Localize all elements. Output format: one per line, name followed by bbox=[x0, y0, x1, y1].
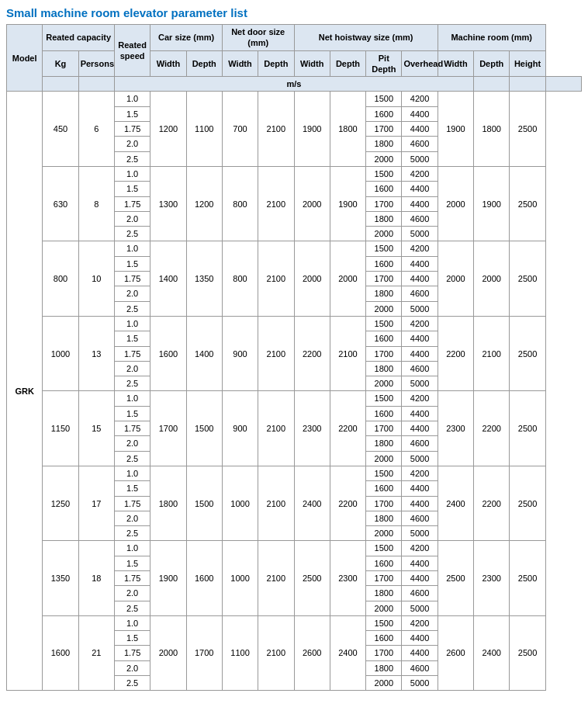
mr-height-cell: 2500 bbox=[510, 466, 545, 540]
mr-width-cell: 2400 bbox=[438, 466, 473, 540]
car-width-cell: 1800 bbox=[150, 466, 186, 540]
mr-width-cell: 2600 bbox=[438, 615, 473, 690]
overhead-cell: 4400 bbox=[402, 331, 438, 346]
pit-depth-cell: 1800 bbox=[366, 137, 402, 151]
pit-depth-cell: 1800 bbox=[366, 361, 402, 376]
overhead-cell: 5000 bbox=[402, 151, 438, 166]
pit-depth-cell: 1600 bbox=[366, 556, 402, 570]
persons-cell: 15 bbox=[78, 391, 114, 466]
door-depth-cell: 2100 bbox=[258, 466, 294, 540]
persons-cell: 17 bbox=[78, 466, 114, 540]
col-machine-room: Machine room (mm) bbox=[438, 25, 545, 51]
pit-depth-cell: 1800 bbox=[366, 511, 402, 525]
col-car-size: Car size (mm) bbox=[150, 25, 223, 51]
pit-depth-cell: 1600 bbox=[366, 331, 402, 346]
car-depth-cell: 1500 bbox=[186, 391, 222, 466]
overhead-cell: 4600 bbox=[402, 137, 438, 151]
overhead-cell: 4400 bbox=[402, 196, 438, 211]
door-depth-cell: 2100 bbox=[258, 241, 294, 316]
speed-cell: 1.5 bbox=[114, 631, 150, 646]
speed-cell: 2.5 bbox=[114, 301, 150, 316]
overhead-cell: 4400 bbox=[402, 122, 438, 137]
door-width-cell: 1000 bbox=[222, 541, 258, 615]
speed-cell: 1.0 bbox=[114, 466, 150, 480]
kg-cell: 1600 bbox=[43, 615, 78, 690]
pit-depth-cell: 2000 bbox=[366, 676, 402, 691]
pit-depth-cell: 1600 bbox=[366, 106, 402, 121]
col-car-width: Width bbox=[150, 50, 186, 77]
pit-depth-cell: 1500 bbox=[366, 241, 402, 256]
speed-cell: 1.75 bbox=[114, 421, 150, 436]
overhead-cell: 4400 bbox=[402, 256, 438, 271]
col-pit-depth: Pit Depth bbox=[366, 50, 402, 77]
speed-cell: 2.0 bbox=[114, 211, 150, 226]
overhead-cell: 4400 bbox=[402, 496, 438, 511]
overhead-cell: 4200 bbox=[402, 615, 438, 630]
speed-cell: 1.0 bbox=[114, 615, 150, 630]
speed-cell: 2.0 bbox=[114, 660, 150, 675]
col-kg: Kg bbox=[43, 50, 78, 77]
hw-width-cell: 1900 bbox=[294, 92, 330, 166]
col-hw-depth: Depth bbox=[330, 50, 365, 77]
door-width-cell: 800 bbox=[222, 166, 258, 241]
mr-height-cell: 2500 bbox=[510, 541, 545, 615]
overhead-cell: 5000 bbox=[402, 526, 438, 541]
mr-depth-cell: 2000 bbox=[474, 241, 510, 316]
speed-cell: 1.0 bbox=[114, 92, 150, 106]
overhead-cell: 5000 bbox=[402, 451, 438, 466]
kg-cell: 450 bbox=[43, 92, 78, 166]
mr-width-cell: 2200 bbox=[438, 316, 473, 390]
overhead-cell: 4200 bbox=[402, 166, 438, 181]
hw-depth-cell: 2200 bbox=[330, 391, 365, 466]
page-title: Small machine room elevator parameter li… bbox=[6, 6, 582, 19]
door-width-cell: 1000 bbox=[222, 466, 258, 540]
car-depth-cell: 1700 bbox=[186, 615, 222, 690]
col-rated-capacity: Reated capacity bbox=[43, 25, 115, 51]
pit-depth-cell: 2000 bbox=[366, 151, 402, 166]
speed-cell: 2.0 bbox=[114, 511, 150, 525]
door-depth-cell: 2100 bbox=[258, 615, 294, 690]
persons-cell: 13 bbox=[78, 316, 114, 390]
kg-cell: 1350 bbox=[43, 541, 78, 615]
table-row: 1150151.01700150090021002300220015004200… bbox=[7, 391, 582, 406]
col-persons-unit bbox=[78, 77, 114, 92]
pit-depth-cell: 1600 bbox=[366, 182, 402, 196]
col-empty2 bbox=[510, 77, 545, 92]
overhead-cell: 4200 bbox=[402, 316, 438, 331]
hw-depth-cell: 2300 bbox=[330, 541, 365, 615]
persons-cell: 10 bbox=[78, 241, 114, 316]
mr-depth-cell: 2200 bbox=[474, 391, 510, 466]
pit-depth-cell: 1700 bbox=[366, 421, 402, 436]
car-depth-cell: 1350 bbox=[186, 241, 222, 316]
car-width-cell: 1400 bbox=[150, 241, 186, 316]
door-depth-cell: 2100 bbox=[258, 541, 294, 615]
persons-cell: 18 bbox=[78, 541, 114, 615]
overhead-cell: 4400 bbox=[402, 182, 438, 196]
overhead-cell: 5000 bbox=[402, 227, 438, 241]
pit-depth-cell: 1800 bbox=[366, 286, 402, 301]
speed-cell: 2.0 bbox=[114, 361, 150, 376]
mr-height-cell: 2500 bbox=[510, 316, 545, 390]
mr-depth-cell: 2400 bbox=[474, 615, 510, 690]
speed-cell: 1.5 bbox=[114, 106, 150, 121]
mr-height-cell: 2500 bbox=[510, 391, 545, 466]
col-door-depth: Depth bbox=[258, 50, 294, 77]
door-width-cell: 900 bbox=[222, 391, 258, 466]
car-depth-cell: 1100 bbox=[186, 92, 222, 166]
pit-depth-cell: 1700 bbox=[366, 646, 402, 660]
overhead-cell: 4600 bbox=[402, 511, 438, 525]
speed-cell: 2.5 bbox=[114, 376, 150, 391]
overhead-cell: 4400 bbox=[402, 406, 438, 421]
speed-cell: 2.5 bbox=[114, 451, 150, 466]
table-row: 1000131.01600140090021002200210015004200… bbox=[7, 316, 582, 331]
pit-depth-cell: 2000 bbox=[366, 376, 402, 391]
speed-cell: 2.0 bbox=[114, 436, 150, 451]
overhead-cell: 4400 bbox=[402, 646, 438, 660]
speed-cell: 1.0 bbox=[114, 541, 150, 556]
speed-cell: 1.0 bbox=[114, 166, 150, 181]
overhead-cell: 4400 bbox=[402, 570, 438, 585]
pit-depth-cell: 1500 bbox=[366, 391, 402, 406]
hw-width-cell: 2300 bbox=[294, 391, 330, 466]
hw-width-cell: 2500 bbox=[294, 541, 330, 615]
hw-depth-cell: 2400 bbox=[330, 615, 365, 690]
